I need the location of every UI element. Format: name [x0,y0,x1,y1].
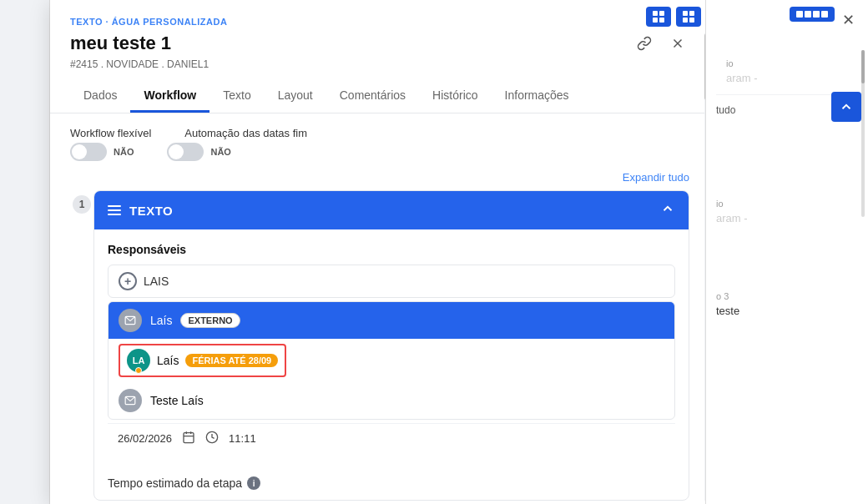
tempo-label: Tempo estimado da etapa [108,476,242,490]
scrollbar-thumb [861,50,865,83]
time-icon [205,431,219,446]
date-value: 26/02/2026 [118,432,172,445]
top-layout-btn-2[interactable] [676,7,701,27]
rp-value-teste: teste [716,305,858,317]
responsaveis-label: Responsáveis [108,243,675,256]
assignee-add-name: LAIS [144,275,169,288]
step-collapse-btn[interactable] [660,201,675,219]
top-right-buttons [646,7,701,27]
rp-expand-label: tudo [716,104,735,116]
top-layout-icon-2 [683,11,694,23]
automacao-group: Automação das datas fim [184,127,307,139]
btn-squares-1 [796,11,828,18]
step-header-left: TEXTO [108,204,173,218]
step-container: 1 TEXTO [70,190,689,501]
assignee-dropdown: Laís EXTERNO LA Laís FÉRIAS [108,301,675,420]
automacao-toggle-group: NÃO [167,143,230,161]
assignee-tag-externo: EXTERNO [180,313,240,328]
right-panel-scrollbar[interactable] [861,50,865,217]
date-icon-calendar [182,431,195,446]
link-button[interactable] [633,32,656,55]
info-icon: i [247,476,260,490]
modal-meta: #2415 . NOVIDADE . DANIEL1 [70,58,689,70]
assignee-row-lais-ferias-wrapper: LA Laís FÉRIAS ATÉ 28/09 [108,339,674,382]
automacao-toggle-text: NÃO [210,147,230,157]
step-header: TEXTO [94,191,689,229]
tab-historico[interactable]: Histórico [419,80,491,113]
assignee-tag-ferias: FÉRIAS ATÉ 28/09 [185,354,278,367]
top-layout-btn[interactable] [646,7,671,27]
sidebar [0,0,50,504]
modal-category: TEXTO · ÁGUA PERSONALIZADA [70,17,689,27]
expand-all-link[interactable]: Expandir tudo [623,171,689,184]
right-panel-top-buttons [790,7,835,22]
assignee-avatar-container: LA [127,349,150,372]
step-number: 1 [70,190,93,501]
tab-texto[interactable]: Texto [209,80,264,113]
svg-rect-4 [184,433,194,443]
assignee-add-row[interactable]: + LAIS [108,265,675,298]
toggle-row: Workflow flexível Automação das datas fi… [70,127,689,139]
rp-section-1: io aram - [716,48,858,95]
automacao-toggle[interactable] [167,143,204,161]
workflow-flexivel-label: Workflow flexível [70,127,151,139]
rp-label-io: io [726,58,848,68]
workflow-flexivel-group: Workflow flexível [70,127,151,139]
modal-header: TEXTO · ÁGUA PERSONALIZADA meu teste 1 #… [50,0,709,113]
tab-dados[interactable]: Dados [70,80,130,113]
workflow-flexivel-toggle-group: NÃO [70,143,134,161]
layout-btn-1[interactable] [790,7,835,22]
top-layout-icon [653,11,664,23]
add-assignee-icon: + [119,272,137,290]
step-card: TEXTO Responsáveis + LAIS [93,190,689,501]
rp-value-aram: aram - [726,72,848,84]
modal-body: Workflow flexível Automação das datas fi… [50,113,709,504]
date-row: 26/02/2026 [108,423,675,453]
workflow-flexivel-toggle[interactable] [70,143,107,161]
tab-workflow[interactable]: Workflow [130,80,209,113]
expand-row: Expandir tudo [70,171,689,184]
assignee-avatar-lais-externo [119,309,142,332]
status-dot-indicator [135,367,142,374]
rp-section-3: o 3 teste [716,291,858,317]
rp-label-io-2: io [716,199,858,209]
assignee-row-lais-ferias[interactable]: LA Laís FÉRIAS ATÉ 28/09 [119,344,286,377]
tab-layout[interactable]: Layout [265,80,326,113]
hamburger-icon[interactable] [108,205,121,215]
step-body: Responsáveis + LAIS [94,229,689,466]
rp-section-2: io aram - [716,199,858,224]
step-num-badge: 1 [73,195,91,214]
assignee-row-teste-lais[interactable]: Teste Laís [108,382,674,419]
automacao-label: Automação das datas fim [184,127,307,139]
modal-tabs: Dados Workflow Texto Layout Comentários … [70,80,689,113]
right-panel-content: io aram - tudo io aram - o 3 teste [706,42,868,324]
assignee-avatar-teste-lais [119,389,142,412]
time-value: 11:11 [229,432,256,445]
modal-title: meu teste 1 [70,33,171,54]
rp-label-o3: o 3 [716,291,858,301]
assignee-row-lais-externo[interactable]: Laís EXTERNO [108,302,674,339]
right-panel-close-btn[interactable]: ✕ [838,10,858,30]
rp-value-aram-2: aram - [716,212,858,224]
tab-informacoes[interactable]: Informações [492,80,583,113]
rp-chevron-up-btn[interactable] [831,92,861,122]
tempo-row: Tempo estimado da etapa i [94,466,689,500]
right-panel: ✕ io aram - tudo io aram - [705,0,868,504]
modal-title-icons [633,32,689,55]
tab-comentarios[interactable]: Comentários [326,80,419,113]
assignee-name-lais-externo: Laís [150,314,172,327]
close-button[interactable] [666,32,689,55]
workflow-flexivel-toggle-text: NÃO [114,147,134,157]
assignee-name-lais-ferias: Laís [157,354,179,367]
step-title: TEXTO [129,204,173,218]
assignee-name-teste-lais: Teste Laís [150,394,204,407]
main-modal: TEXTO · ÁGUA PERSONALIZADA meu teste 1 #… [50,0,709,504]
